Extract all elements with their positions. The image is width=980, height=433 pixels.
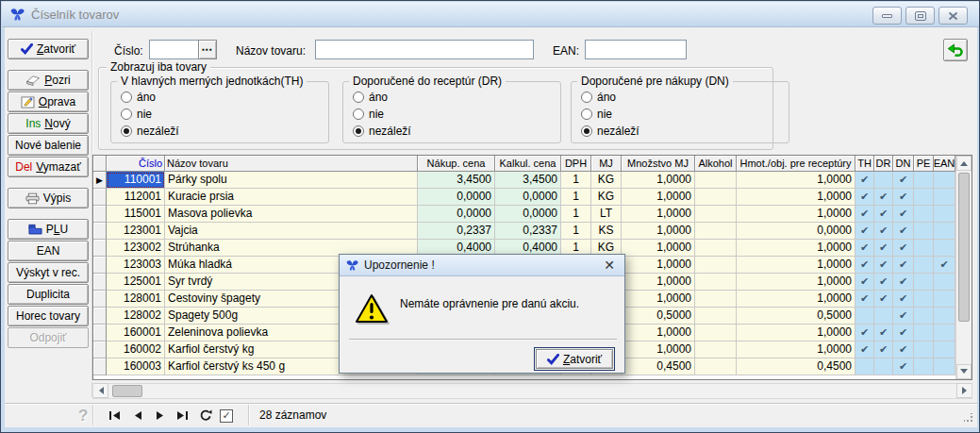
row-marker[interactable]: ▶ bbox=[93, 172, 107, 189]
cell-ean[interactable] bbox=[934, 341, 955, 358]
radio-option-dr-nezáleží[interactable]: nezáleží bbox=[353, 123, 560, 139]
refresh-button[interactable] bbox=[943, 39, 968, 61]
cell-dr[interactable]: ✔ bbox=[874, 240, 893, 257]
cell-mj[interactable]: KG bbox=[591, 172, 622, 189]
cell-dn[interactable]: ✔ bbox=[893, 206, 914, 223]
cell-kalkul[interactable]: 0,0000 bbox=[495, 206, 561, 223]
cell-hmot[interactable]: 1,0000 bbox=[737, 189, 855, 206]
cell-dn[interactable]: ✔ bbox=[893, 172, 914, 189]
radio-option-dn-nezáleží[interactable]: nezáleží bbox=[581, 123, 789, 139]
cell-ean[interactable] bbox=[934, 240, 955, 257]
cell-hmot[interactable]: 1,0000 bbox=[737, 274, 855, 291]
cell-mj[interactable]: LT bbox=[591, 206, 622, 223]
cell-nazov[interactable]: Vajcia bbox=[165, 223, 418, 240]
cell-cislo[interactable]: 128001 bbox=[107, 291, 165, 308]
minimize-button[interactable] bbox=[872, 7, 902, 25]
cell-dr[interactable]: ✔ bbox=[874, 189, 893, 206]
cislo-lookup-button[interactable]: ▪▪▪ bbox=[198, 40, 217, 59]
cell-ean[interactable] bbox=[934, 291, 955, 308]
cell-dr[interactable] bbox=[874, 358, 893, 375]
sidebar-button-vyskyt-v-rec[interactable]: Výskyt v rec. bbox=[8, 262, 89, 283]
column-header-dr[interactable]: DR bbox=[874, 156, 893, 172]
close-button[interactable] bbox=[938, 7, 968, 25]
cell-pe[interactable] bbox=[914, 325, 934, 341]
vertical-scrollbar[interactable] bbox=[955, 156, 972, 379]
cell-th[interactable]: ✔ bbox=[855, 341, 874, 358]
row-marker[interactable] bbox=[93, 274, 107, 291]
scroll-left-button[interactable] bbox=[93, 383, 108, 398]
cell-nakup[interactable]: 3,4500 bbox=[418, 172, 495, 189]
column-header-mj[interactable]: MJ bbox=[591, 156, 622, 172]
cell-cislo[interactable]: 112001 bbox=[107, 189, 165, 206]
cell-pe[interactable] bbox=[914, 189, 934, 206]
cell-hmot[interactable]: 1,0000 bbox=[737, 291, 855, 308]
cell-nazov[interactable]: Párky spolu bbox=[165, 172, 418, 189]
cell-th[interactable]: ✔ bbox=[855, 291, 874, 308]
column-header-alkohol[interactable]: Alkohol bbox=[695, 156, 737, 172]
resize-grip[interactable] bbox=[964, 413, 973, 423]
cell-cislo[interactable]: 123001 bbox=[107, 223, 165, 240]
dialog-zatvorit-button[interactable]: Zatvoriť bbox=[536, 349, 613, 369]
cell-dr[interactable]: ✔ bbox=[874, 223, 893, 240]
cell-dr[interactable]: ✔ bbox=[874, 257, 893, 274]
cell-mj[interactable]: KS bbox=[591, 223, 622, 240]
cell-cislo[interactable]: 160001 bbox=[107, 325, 165, 341]
horizontal-scrollbar[interactable] bbox=[92, 383, 972, 399]
cell-th[interactable]: ✔ bbox=[855, 172, 874, 189]
cell-kalkul[interactable]: 0,2337 bbox=[495, 223, 561, 240]
column-header-hmot[interactable]: Hmot./obj. pre receptúry bbox=[737, 156, 855, 172]
cell-nakup[interactable]: 0,0000 bbox=[418, 206, 495, 223]
sidebar-button-vymazat[interactable]: DelVymazať bbox=[8, 157, 89, 177]
sidebar-button-nove-balenie[interactable]: Nové balenie bbox=[8, 135, 89, 156]
cell-hmot[interactable]: 0,5000 bbox=[737, 308, 855, 325]
cell-cislo[interactable]: 160002 bbox=[107, 341, 165, 358]
cell-kalkul[interactable]: 0,0000 bbox=[495, 189, 561, 206]
column-header-nazov[interactable]: Názov tovaru bbox=[165, 156, 418, 172]
cell-dr[interactable]: ✔ bbox=[874, 206, 893, 223]
cell-th[interactable]: ✔ bbox=[855, 189, 874, 206]
nav-next-button[interactable] bbox=[152, 408, 168, 424]
row-marker[interactable] bbox=[93, 291, 107, 308]
cell-cislo[interactable]: 128002 bbox=[107, 308, 165, 325]
cell-mnozstvo[interactable]: 1,0000 bbox=[622, 189, 695, 206]
cell-mnozstvo[interactable]: 1,0000 bbox=[622, 325, 695, 341]
cell-dn[interactable]: ✔ bbox=[893, 341, 914, 358]
cell-th[interactable]: ✔ bbox=[855, 240, 874, 257]
ean-input[interactable] bbox=[585, 40, 687, 59]
cell-alkohol[interactable] bbox=[695, 206, 737, 223]
cell-pe[interactable] bbox=[914, 291, 934, 308]
cell-cislo[interactable]: 125001 bbox=[107, 274, 165, 291]
cell-alkohol[interactable] bbox=[695, 341, 737, 358]
cell-ean[interactable] bbox=[934, 325, 955, 341]
radio-icon[interactable] bbox=[121, 108, 132, 120]
cell-pe[interactable] bbox=[914, 172, 934, 189]
cell-mnozstvo[interactable]: 1,0000 bbox=[622, 240, 695, 257]
filter-checkbox[interactable]: ✓ bbox=[220, 409, 233, 423]
nazov-input[interactable] bbox=[315, 40, 534, 59]
cell-nazov[interactable]: Kuracie prsia bbox=[165, 189, 418, 206]
cell-dr[interactable]: ✔ bbox=[874, 274, 893, 291]
cell-mj[interactable]: KG bbox=[591, 189, 622, 206]
cell-mnozstvo[interactable]: 0,5000 bbox=[622, 308, 695, 325]
radio-icon[interactable] bbox=[581, 92, 592, 103]
nav-first-button[interactable] bbox=[107, 408, 123, 424]
sidebar-button-pozri[interactable]: Pozri bbox=[8, 70, 89, 91]
horizontal-scroll-thumb[interactable] bbox=[112, 385, 142, 397]
cell-alkohol[interactable] bbox=[695, 172, 737, 189]
cell-pe[interactable] bbox=[914, 308, 934, 325]
scroll-down-button[interactable] bbox=[956, 364, 972, 379]
cell-pe[interactable] bbox=[914, 257, 934, 274]
cell-mnozstvo[interactable]: 0,4500 bbox=[622, 358, 695, 375]
cell-pe[interactable] bbox=[914, 223, 934, 240]
cell-hmot[interactable]: 0,0000 bbox=[737, 223, 855, 240]
column-header-kalkul[interactable]: Kalkul. cena bbox=[495, 156, 561, 172]
column-header-th[interactable]: TH bbox=[855, 156, 874, 172]
cell-hmot[interactable]: 1,0000 bbox=[737, 240, 855, 257]
sidebar-button-duplicita[interactable]: Duplicita bbox=[8, 284, 89, 305]
cell-nazov[interactable]: Masova polievka bbox=[165, 206, 418, 223]
cell-ean[interactable] bbox=[934, 308, 955, 325]
cell-dn[interactable]: ✔ bbox=[893, 291, 914, 308]
cell-ean[interactable] bbox=[934, 172, 955, 189]
cell-cislo[interactable]: 110001 bbox=[107, 172, 165, 189]
cell-alkohol[interactable] bbox=[695, 257, 737, 274]
